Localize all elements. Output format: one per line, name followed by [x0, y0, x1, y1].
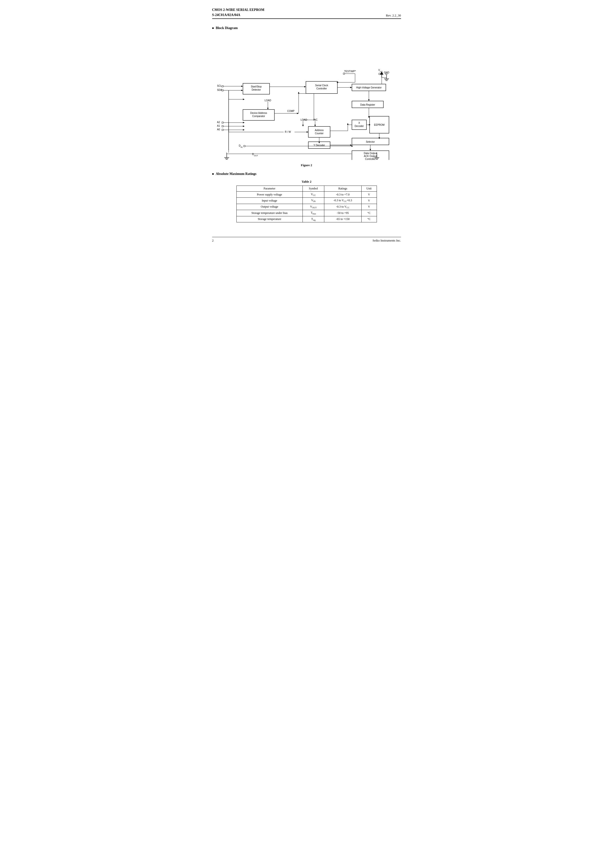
- table-row: Power supply voltage VCC -0.3 to +7.0 V: [236, 192, 377, 198]
- block-diagram: VCC GND TEST/WP* SCL SDA Start/Stop Dete…: [212, 34, 401, 161]
- ratings-table: Parameter Symbol Ratings Unit Power supp…: [236, 186, 377, 222]
- svg-rect-21: [222, 85, 223, 87]
- svg-marker-60: [243, 122, 245, 123]
- svg-marker-26: [241, 90, 243, 91]
- svg-marker-73: [319, 142, 320, 143]
- svg-rect-90: [244, 145, 245, 147]
- sda-label: SDA: [217, 89, 222, 91]
- svg-marker-23: [241, 85, 243, 87]
- svg-rect-14: [379, 73, 380, 74]
- svg-marker-33: [243, 99, 245, 100]
- svg-text:ACK Output: ACK Output: [364, 155, 377, 158]
- svg-marker-37: [350, 87, 352, 88]
- svg-text:Start/Stop: Start/Stop: [251, 85, 262, 88]
- svg-text:High-Voltage Generator: High-Voltage Generator: [356, 86, 382, 89]
- svg-marker-80: [347, 123, 348, 125]
- a2-label: A2: [217, 121, 220, 124]
- svg-rect-24: [222, 90, 223, 91]
- col-header-unit: Unit: [361, 186, 377, 192]
- svg-text:Comparator: Comparator: [252, 115, 265, 118]
- revision-info: Rev. 2.2_30: [386, 14, 401, 17]
- svg-text:Decoder: Decoder: [354, 125, 364, 127]
- col-header-ratings: Ratings: [324, 186, 362, 192]
- svg-marker-97: [368, 116, 370, 118]
- figure-caption: Figure 2: [212, 163, 401, 167]
- svg-marker-92: [351, 145, 353, 147]
- a1-label: A1: [217, 124, 220, 127]
- svg-text:Serial Clock: Serial Clock: [315, 84, 328, 87]
- page-footer: 2 Seiko Instruments Inc.: [212, 237, 401, 242]
- col-header-parameter: Parameter: [236, 186, 302, 192]
- svg-rect-58: [222, 122, 223, 123]
- col-header-symbol: Symbol: [302, 186, 324, 192]
- scl-label: SCL: [217, 85, 222, 87]
- svg-text:Controller: Controller: [316, 87, 327, 90]
- table-title: Table 2: [212, 180, 401, 184]
- svg-marker-53: [314, 125, 316, 126]
- svg-text:Data Register: Data Register: [360, 104, 375, 106]
- svg-marker-63: [243, 126, 245, 127]
- test-wp-label: TEST/WP*: [344, 70, 356, 73]
- svg-text:X: X: [358, 122, 360, 124]
- din-label: DIN: [239, 144, 242, 148]
- comp-label: COMP: [287, 110, 294, 112]
- dout-label: DOUT: [252, 153, 258, 157]
- rw-label: R / W: [285, 130, 291, 133]
- absolute-max-title: Absolute Maximum Ratings: [212, 172, 401, 176]
- page-number: 2: [212, 239, 214, 242]
- svg-text:Data Output: Data Output: [364, 152, 377, 155]
- svg-rect-16: [343, 73, 345, 74]
- svg-text:Device Address: Device Address: [250, 112, 267, 114]
- svg-text:Selector: Selector: [366, 141, 375, 143]
- table-section: Table 2 Parameter Symbol Ratings Unit Po…: [212, 180, 401, 222]
- svg-text:EEPROM: EEPROM: [374, 124, 384, 126]
- svg-marker-57: [306, 131, 308, 133]
- svg-marker-66: [243, 129, 245, 130]
- svg-text:Controller: Controller: [365, 158, 376, 160]
- svg-marker-42: [267, 108, 269, 110]
- svg-marker-30: [304, 86, 306, 87]
- table-row: Storage temperature under bias Tbias -50…: [236, 210, 377, 216]
- svg-marker-86: [370, 149, 371, 151]
- svg-marker-48: [298, 92, 299, 93]
- gnd-label: GND: [384, 71, 389, 74]
- svg-marker-51: [302, 125, 304, 126]
- svg-text:Counter: Counter: [315, 132, 324, 135]
- table-row: Output voltage VOUT -0.3 to VCC V: [236, 204, 377, 210]
- document-title: CMOS 2-WIRE SERIAL EEPROM S-24C01A/02A/0…: [212, 7, 265, 17]
- svg-text:Detector: Detector: [252, 88, 261, 91]
- company-name: Seiko Instruments Inc.: [373, 239, 401, 242]
- table-row: Storage temperature Tstg -65 to +150 °C: [236, 216, 377, 222]
- vcc-label: VCC: [378, 69, 382, 73]
- a0-label: A0: [217, 128, 220, 131]
- svg-marker-46: [297, 113, 299, 114]
- diagram-svg: VCC GND TEST/WP* SCL SDA Start/Stop Dete…: [212, 34, 401, 160]
- svg-text:Address: Address: [314, 129, 324, 132]
- svg-marker-40: [368, 99, 370, 101]
- page-header: CMOS 2-WIRE SERIAL EEPROM S-24C01A/02A/0…: [212, 7, 401, 19]
- block-diagram-title: Block Diagram: [212, 26, 401, 30]
- svg-rect-61: [222, 126, 223, 127]
- svg-rect-64: [222, 129, 223, 130]
- table-row: Input voltage VIN -0.3 to VCC+0.3 V: [236, 198, 377, 204]
- load-label: LOAD: [265, 99, 271, 102]
